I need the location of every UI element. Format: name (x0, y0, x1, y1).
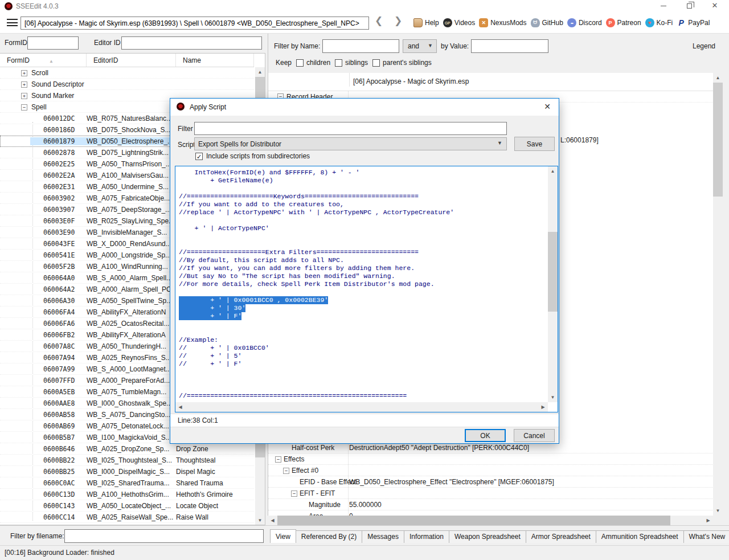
record-field-row[interactable]: EFID - Base Effect WB_D050_Electrosphere… (268, 476, 713, 488)
cell-formid: 06001879 (0, 137, 87, 145)
scroll-left-icon[interactable]: ◀ (268, 516, 277, 525)
plugin-column-header[interactable]: [06] Apocalypse - Magic of Skyrim.esp (349, 73, 713, 87)
bottom-tab[interactable]: Messages (362, 530, 404, 543)
toolbar-link-label: Discord (579, 19, 602, 27)
scroll-thumb[interactable] (548, 232, 558, 312)
toolbar-link[interactable]: •• Discord (567, 18, 602, 27)
column-header-editorid[interactable]: EditorID (87, 54, 176, 67)
record-field-row[interactable]: Half-cost Perk DestructionAdept50 "Adept… (268, 442, 713, 453)
scroll-thumb[interactable] (713, 83, 723, 197)
dialog-title-bar[interactable]: Apply Script ✕ (170, 99, 559, 116)
breadcrumb-path-input[interactable] (21, 17, 369, 30)
record-field-row[interactable]: − EFIT - EFIT (268, 488, 713, 499)
record-field-row[interactable]: − Effect #0 (268, 465, 713, 476)
toolbar-link[interactable]: P Patreon (606, 18, 641, 27)
close-window-button[interactable]: ✕ (703, 0, 726, 13)
record-field-row[interactable]: Area 0 (268, 510, 713, 516)
scroll-left-icon[interactable]: ◀ (175, 402, 185, 412)
toolbar-link[interactable]: P PayPal (677, 18, 710, 27)
legend-link[interactable]: Legend (693, 42, 715, 50)
view-horizontal-scrollbar[interactable]: ◀ ▶ (268, 516, 713, 525)
toolbar-link[interactable]: ✕ NexusMods (479, 18, 526, 27)
script-select[interactable]: Export Spells for Distributor ▼ (194, 137, 507, 150)
table-row[interactable]: 0600C143 WB_A050_LocateObject_... Locate… (0, 500, 254, 512)
script-code-editor[interactable]: IntToHex(FormID(e) and $FFFFFF, 8) + ' -… (175, 166, 558, 412)
scroll-down-icon[interactable]: ▼ (548, 393, 558, 402)
expand-box-icon[interactable]: − (21, 104, 27, 111)
keep-checkbox[interactable] (335, 59, 342, 67)
filter-by-filename-input[interactable] (64, 529, 264, 543)
expand-box-icon[interactable]: − (291, 490, 297, 497)
cell-formid: 06007FFD (0, 377, 87, 385)
scroll-down-icon[interactable]: ▼ (255, 516, 265, 525)
editorid-input[interactable] (121, 36, 262, 50)
keep-checkbox[interactable] (296, 59, 304, 67)
cancel-button[interactable]: Cancel (514, 429, 555, 442)
cell-formid: 06003E90 (0, 228, 87, 236)
expand-box-icon[interactable]: − (283, 468, 289, 474)
table-row[interactable]: 0600C13D WB_A100_HethothsGrim... Hethoth… (0, 489, 254, 500)
toolbar-link[interactable]: Help (413, 18, 439, 27)
formid-input[interactable] (27, 36, 79, 50)
record-field-row[interactable]: − Effects (268, 453, 713, 465)
scroll-up-icon[interactable]: ▲ (255, 67, 265, 77)
column-header-name[interactable]: Name (176, 54, 254, 67)
record-rows: Half-cost Perk DestructionAdept50 "Adept… (268, 442, 713, 516)
keep-option-label: siblings (345, 59, 368, 67)
table-row[interactable]: 0600CC14 WB_A025_RaiseWall_Spe... Raise … (0, 512, 254, 523)
dialog-filter-input[interactable] (194, 122, 507, 135)
scroll-thumb[interactable] (277, 516, 670, 525)
toolbar-link-label: Videos (454, 19, 475, 27)
record-field-row[interactable]: Magnitude 55.000000 (268, 499, 713, 510)
cell-formid: 06006FA6 (0, 320, 87, 328)
scroll-up-icon[interactable]: ▲ (548, 166, 558, 176)
tree-category-row[interactable]: + Sound Descriptor (0, 79, 254, 90)
bottom-tab[interactable]: Ammunition Spreadsheet (596, 530, 684, 543)
table-row[interactable]: 0600B646 WB_A025_DropZone_Sp... Drop Zon… (0, 443, 254, 455)
menu-hamburger-icon[interactable] (7, 19, 18, 26)
table-row[interactable]: 0600BB22 WB_I025_Thoughtsteal_S... Thoug… (0, 455, 254, 466)
toolbar-link[interactable]: GP Videos (443, 18, 475, 27)
field-label: EFID - Base Effect (300, 478, 356, 486)
cell-editorid: WB_A075_TumbleMagn... (87, 388, 176, 396)
keep-checkbox[interactable] (372, 59, 380, 67)
view-vertical-scrollbar[interactable]: ▲ ▼ (713, 73, 723, 516)
cell-formid: 0600541E (0, 251, 87, 259)
view-column-headers: [06] Apocalypse - Magic of Skyrim.esp (268, 73, 713, 91)
bottom-tab[interactable]: Referenced By (2) (296, 530, 362, 543)
restore-button[interactable] (678, 0, 701, 13)
expand-box-icon[interactable]: − (275, 456, 281, 463)
nav-forward-button[interactable]: ❯ (391, 15, 406, 27)
expand-box-icon[interactable]: + (21, 81, 27, 88)
bottom-tab[interactable]: View (270, 529, 296, 543)
toolbar-link[interactable]: ♥ Ko-Fi (645, 18, 673, 27)
toolbar-link[interactable]: ᗢ GitHub (531, 18, 563, 27)
editor-vertical-scrollbar[interactable]: ▲ ▼ (548, 166, 558, 402)
code-line: + ' | F' (179, 312, 241, 320)
minimize-button[interactable] (652, 0, 675, 13)
scroll-right-icon[interactable]: ▶ (703, 516, 713, 525)
column-header-formid[interactable]: FormID▲ (0, 54, 87, 67)
table-row[interactable]: 0600C0AC WB_I025_SharedTrauma... Shared … (0, 477, 254, 489)
bottom-tab[interactable]: Weapon Spreadsheet (449, 530, 526, 543)
ok-button[interactable]: OK (465, 429, 506, 442)
dialog-close-icon[interactable]: ✕ (542, 102, 553, 111)
scroll-up-icon[interactable]: ▲ (713, 73, 723, 83)
nav-back-button[interactable]: ❮ (371, 15, 386, 27)
table-row[interactable]: 0600BB25 WB_I000_DispelMagic_S... Dispel… (0, 466, 254, 477)
bottom-tab[interactable]: Armor Spreadsheet (526, 530, 596, 543)
save-button[interactable]: Save (514, 137, 555, 151)
scroll-down-icon[interactable]: ▼ (713, 506, 723, 516)
editor-horizontal-scrollbar[interactable]: ◀ ▶ (175, 402, 548, 412)
expand-box-icon[interactable]: + (21, 70, 27, 76)
expand-box-icon[interactable]: + (21, 93, 27, 99)
scroll-right-icon[interactable]: ▶ (538, 402, 548, 412)
tree-category-row[interactable]: + Scroll (0, 67, 254, 79)
bottom-tab[interactable]: What's New (683, 530, 729, 543)
filter-by-name-input[interactable] (322, 39, 399, 53)
bottom-tab[interactable]: Information (404, 530, 449, 543)
and-or-select[interactable]: and▼ (403, 39, 437, 53)
include-subdirs-checkbox[interactable]: ✓ (195, 153, 203, 160)
code-line: //replace ' | ActorTypeNPC' with ' | Act… (179, 209, 548, 216)
filter-by-value-input[interactable] (471, 39, 548, 53)
